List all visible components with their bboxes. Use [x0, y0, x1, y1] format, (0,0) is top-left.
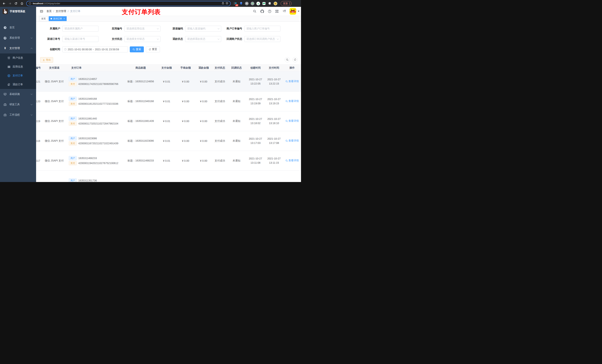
refund-status-label: 退款状态	[154, 37, 185, 41]
sidebar-fold-icon[interactable]	[38, 8, 45, 14]
chat-extension-icon[interactable]	[262, 1, 266, 6]
browser-forward-icon[interactable]	[7, 1, 13, 6]
search-button[interactable]: 搜索	[130, 46, 144, 52]
font-size-icon[interactable]: TT	[281, 7, 287, 16]
merchant-tag: 商户	[69, 77, 77, 81]
table-row[interactable]: 119 微信 JSAPI 支付 商户 1635311881440 支付 4200…	[36, 111, 301, 131]
refresh-table-button[interactable]	[292, 57, 298, 62]
grid-icon	[7, 65, 10, 68]
page-content: 所属商户 请选择所属商户 应用编号 请选择应用信息 渠道编码 请输入渠道编码	[36, 22, 301, 182]
github-icon[interactable]	[259, 7, 265, 16]
view-detail-link[interactable]: 查看详情	[285, 100, 299, 103]
channel-pay-no: 4200001167202110271022491439	[78, 142, 118, 145]
show-search-toggle-button[interactable]	[285, 57, 290, 62]
column-header: 手续金额	[177, 64, 194, 72]
sidebar-item-app-info[interactable]: 应用信息	[0, 62, 36, 71]
pinned-extension-icon[interactable]: 10	[233, 1, 237, 6]
table-row[interactable]: 120 微信 JSAPI 支付 商户 1635311949168 支付 4200…	[36, 91, 301, 111]
search-icon[interactable]	[252, 7, 258, 16]
sidebar-item-infrastructure[interactable]: 基础设施	[0, 89, 36, 99]
active-dot-icon	[51, 18, 52, 20]
profile-emoji-icon[interactable]	[273, 1, 278, 6]
page-title: 支付订单列表	[122, 8, 161, 16]
logo-rabbit-image	[3, 9, 8, 14]
view-detail-link[interactable]: 查看详情	[285, 80, 299, 83]
export-button[interactable]: 导出	[40, 57, 53, 63]
yen-circle-icon	[7, 74, 10, 77]
chevron-down-icon	[31, 93, 32, 95]
monitor-icon	[3, 93, 7, 96]
browser-reload-icon[interactable]	[13, 1, 19, 6]
fullscreen-icon[interactable]	[274, 7, 280, 16]
table-row[interactable]: 商户 1635311351736	[36, 171, 301, 182]
sidebar-item-home[interactable]: 首页	[0, 22, 36, 33]
search-icon	[285, 80, 288, 83]
order-table: 编号支付渠道支付订单商品标题支付金额手续金额退款金额支付状态回调状态创建时间支付…	[36, 64, 301, 182]
merchant-tag: 商户	[69, 136, 77, 141]
sidebar-item-pay-order[interactable]: 支付订单	[0, 71, 36, 80]
close-icon[interactable]: ×	[64, 17, 65, 20]
site-info-icon[interactable]	[29, 2, 31, 5]
tab-home[interactable]: 首页	[39, 16, 48, 21]
browser-back-icon[interactable]	[1, 1, 7, 6]
view-detail-link[interactable]: 查看详情	[285, 119, 299, 123]
sidebar-item-workflow[interactable]: 工作流程	[0, 110, 36, 120]
merchant-tag: 商户	[69, 96, 77, 101]
sidebar-item-dev-tools[interactable]: 研发工具	[0, 99, 36, 110]
browser-update-button[interactable]: 更新	[281, 1, 291, 6]
browser-chrome: localhost:1024/pay/order 10 ⌘	[0, 0, 301, 7]
table-row[interactable]: 117 微信 JSAPI 支付 商户 1635311468233 支付 4200…	[36, 151, 301, 171]
browser-home-icon[interactable]	[19, 1, 24, 6]
pay-tag: 支付	[69, 82, 77, 86]
table-row[interactable]: 118 微信 JSAPI 支付 商户 1635311823086 支付 4200…	[36, 131, 301, 151]
browser-menu-icon[interactable]	[289, 2, 290, 5]
breadcrumb: 首页 / 支付管理 / 支付订单	[46, 10, 81, 13]
search-icon	[285, 100, 288, 103]
tab-pay-order[interactable]: 支付订单 ×	[49, 16, 67, 21]
chevron-down-icon	[31, 114, 32, 116]
breadcrumb-payment[interactable]: 支付管理	[56, 10, 66, 13]
merchant-order-no: 1635311823086	[78, 137, 97, 140]
reset-button[interactable]: 重置	[146, 46, 160, 52]
callback-status-label: 回调商户状态	[209, 37, 244, 41]
breadcrumb-home[interactable]: 首页	[46, 10, 52, 13]
url-bar[interactable]: localhost:1024/pay/order	[26, 1, 231, 6]
create-time-range-picker[interactable]: 2021-10-01 00:00:00 - 2021-10-31 23:59:5…	[62, 46, 128, 52]
app-logo[interactable]: 芋道管理系统	[0, 7, 36, 16]
app-title: 芋道管理系统	[10, 10, 25, 13]
sidebar-item-refund-order[interactable]: 退款订单	[0, 80, 36, 89]
refresh-icon	[294, 58, 296, 61]
gear-icon	[3, 36, 7, 40]
extension-badge: 10	[235, 4, 238, 6]
command-extension-icon[interactable]: ⌘	[245, 1, 249, 6]
download-icon	[43, 59, 45, 61]
pay-tag: 支付	[69, 161, 77, 165]
chevron-down-icon	[31, 37, 32, 39]
search-icon	[285, 140, 288, 142]
extensions-puzzle-icon[interactable]	[268, 1, 272, 6]
gem-extension-icon[interactable]	[239, 1, 243, 6]
user-menu[interactable]	[290, 8, 300, 15]
merchant-tag: 商户	[69, 156, 77, 160]
pay-status-label: 支付状态	[89, 37, 124, 41]
column-header: 操作	[283, 64, 301, 72]
table-row[interactable]: 121 微信 JSAPI 支付 商户 1635312124657 支付 4200…	[36, 72, 301, 91]
callback-status-select[interactable]: 请选择订单回调商户状态	[244, 36, 280, 42]
share-icon[interactable]	[222, 2, 224, 5]
view-detail-link[interactable]: 查看详情	[285, 139, 299, 142]
sidebar: 芋道管理系统 首页 系统管理 ¥ 支付管	[0, 7, 36, 182]
extension-tray: 10 ⌘ y 更新	[233, 1, 291, 6]
sidebar-item-payment[interactable]: ¥ 支付管理	[0, 43, 36, 53]
sidebar-item-system[interactable]: 系统管理	[0, 33, 36, 43]
merchant-order-no: 1635311949168	[78, 97, 97, 100]
column-header: 编号	[36, 64, 43, 72]
record-extension-icon[interactable]	[250, 1, 255, 6]
help-icon[interactable]	[267, 7, 272, 16]
view-detail-link[interactable]: 查看详情	[285, 159, 299, 162]
chevron-up-icon	[31, 48, 32, 50]
merchant-order-no-input[interactable]: 请输入商户订单编号	[244, 26, 280, 32]
bookmark-star-icon[interactable]	[226, 2, 228, 5]
shop-icon	[7, 56, 10, 59]
sidebar-item-merchant-info[interactable]: 商户信息	[0, 53, 36, 62]
y-extension-icon[interactable]: y	[256, 1, 260, 6]
